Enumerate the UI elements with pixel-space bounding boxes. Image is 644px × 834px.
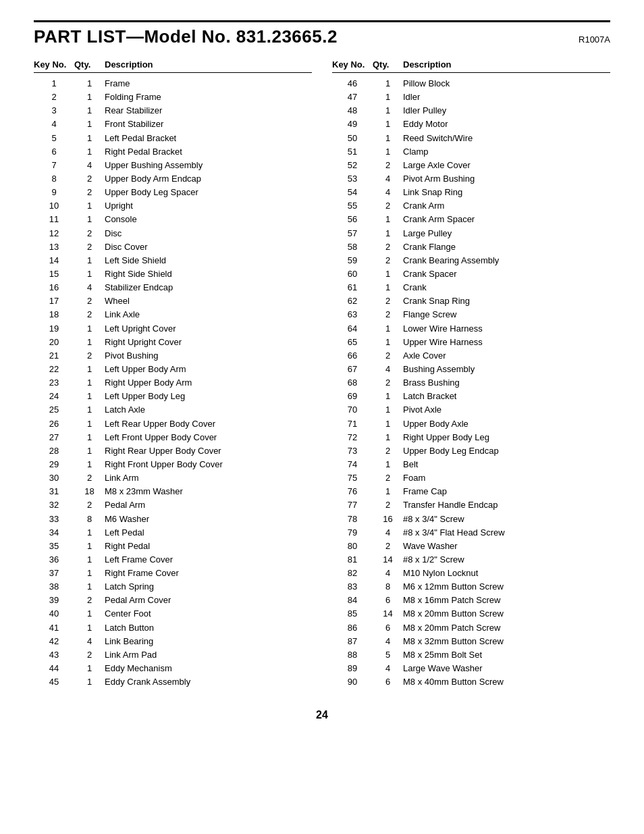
desc: #8 x 1/2" Screw <box>403 553 610 567</box>
qty: 2 <box>74 648 105 662</box>
keyno: 13 <box>34 240 74 254</box>
keyno: 90 <box>332 675 373 689</box>
keyno: 33 <box>34 513 74 526</box>
keyno: 77 <box>332 498 373 512</box>
keyno: 76 <box>332 485 373 498</box>
desc: Flange Screw <box>403 308 610 321</box>
keyno: 48 <box>332 104 373 118</box>
table-row: 46 1 Pillow Block <box>332 77 610 90</box>
table-row: 15 1 Right Side Shield <box>34 267 312 281</box>
desc: Left Upper Body Leg <box>105 390 312 403</box>
qty: 1 <box>74 77 105 90</box>
table-row: 52 2 Large Axle Cover <box>332 159 610 172</box>
keyno: 87 <box>332 635 373 648</box>
left-qty-header: Qty. <box>74 59 105 70</box>
table-row: 34 1 Left Pedal <box>34 526 312 540</box>
desc: Large Axle Cover <box>403 159 610 172</box>
keyno: 53 <box>332 172 373 186</box>
qty: 14 <box>373 553 403 567</box>
keyno: 54 <box>332 186 373 199</box>
qty: 1 <box>373 281 403 294</box>
table-row: 4 1 Front Stabilizer <box>34 118 312 131</box>
table-row: 40 1 Center Foot <box>34 607 312 621</box>
desc: M8 x 32mm Button Screw <box>403 635 610 648</box>
keyno: 26 <box>34 417 74 431</box>
desc: Pivot Arm Bushing <box>403 172 610 186</box>
keyno: 64 <box>332 322 373 336</box>
table-row: 31 18 M8 x 23mm Washer <box>34 485 312 498</box>
desc: Brass Bushing <box>403 376 610 390</box>
keyno: 30 <box>34 471 74 485</box>
table-row: 36 1 Left Frame Cover <box>34 553 312 567</box>
desc: Pillow Block <box>403 77 610 90</box>
table-row: 45 1 Eddy Crank Assembly <box>34 675 312 689</box>
keyno: 82 <box>332 567 373 580</box>
table-row: 38 1 Latch Spring <box>34 580 312 594</box>
table-row: 64 1 Lower Wire Harness <box>332 322 610 336</box>
keyno: 16 <box>34 281 74 294</box>
qty: 2 <box>373 444 403 458</box>
desc: Axle Cover <box>403 349 610 363</box>
table-row: 26 1 Left Rear Upper Body Cover <box>34 417 312 431</box>
table-row: 83 8 M6 x 12mm Button Screw <box>332 580 610 594</box>
qty: 1 <box>74 458 105 471</box>
table-row: 55 2 Crank Arm <box>332 199 610 213</box>
table-row: 58 2 Crank Flange <box>332 240 610 254</box>
keyno: 61 <box>332 281 373 294</box>
keyno: 2 <box>34 90 74 104</box>
keyno: 29 <box>34 458 74 471</box>
keyno: 42 <box>34 635 74 648</box>
desc: Latch Bracket <box>403 390 610 403</box>
qty: 1 <box>373 145 403 159</box>
keyno: 86 <box>332 621 373 635</box>
keyno: 50 <box>332 132 373 145</box>
keyno: 47 <box>332 90 373 104</box>
keyno: 17 <box>34 294 74 308</box>
qty: 1 <box>74 213 105 226</box>
qty: 2 <box>74 294 105 308</box>
keyno: 24 <box>34 390 74 403</box>
desc: Pedal Arm <box>105 498 312 512</box>
qty: 1 <box>74 444 105 458</box>
qty: 4 <box>373 567 403 580</box>
keyno: 70 <box>332 403 373 417</box>
desc: Center Foot <box>105 607 312 621</box>
qty: 2 <box>74 186 105 199</box>
keyno: 63 <box>332 308 373 321</box>
keyno: 34 <box>34 526 74 540</box>
keyno: 75 <box>332 471 373 485</box>
keyno: 35 <box>34 540 74 553</box>
desc: M8 x 23mm Washer <box>105 485 312 498</box>
keyno: 89 <box>332 662 373 675</box>
qty: 1 <box>74 526 105 540</box>
right-col-header: Key No. Qty. Description <box>332 59 610 73</box>
qty: 2 <box>373 471 403 485</box>
table-row: 85 14 M8 x 20mm Button Screw <box>332 607 610 621</box>
table-row: 1 1 Frame <box>34 77 312 90</box>
table-row: 2 1 Folding Frame <box>34 90 312 104</box>
left-keyno-header: Key No. <box>34 59 74 70</box>
keyno: 69 <box>332 390 373 403</box>
keyno: 65 <box>332 336 373 349</box>
table-row: 39 2 Pedal Arm Cover <box>34 594 312 607</box>
keyno: 67 <box>332 363 373 376</box>
qty: 1 <box>373 403 403 417</box>
table-row: 88 5 M8 x 25mm Bolt Set <box>332 648 610 662</box>
qty: 4 <box>373 662 403 675</box>
left-desc-header: Description <box>105 59 312 70</box>
keyno: 59 <box>332 254 373 267</box>
qty: 1 <box>74 607 105 621</box>
desc: Idler <box>403 90 610 104</box>
desc: Reed Switch/Wire <box>403 132 610 145</box>
keyno: 56 <box>332 213 373 226</box>
keyno: 62 <box>332 294 373 308</box>
qty: 8 <box>74 513 105 526</box>
table-row: 68 2 Brass Bushing <box>332 376 610 390</box>
keyno: 39 <box>34 594 74 607</box>
table-row: 76 1 Frame Cap <box>332 485 610 498</box>
keyno: 57 <box>332 227 373 240</box>
table-row: 63 2 Flange Screw <box>332 308 610 321</box>
table-row: 90 6 M8 x 40mm Button Screw <box>332 675 610 689</box>
table-row: 48 1 Idler Pulley <box>332 104 610 118</box>
table-row: 5 1 Left Pedal Bracket <box>34 132 312 145</box>
